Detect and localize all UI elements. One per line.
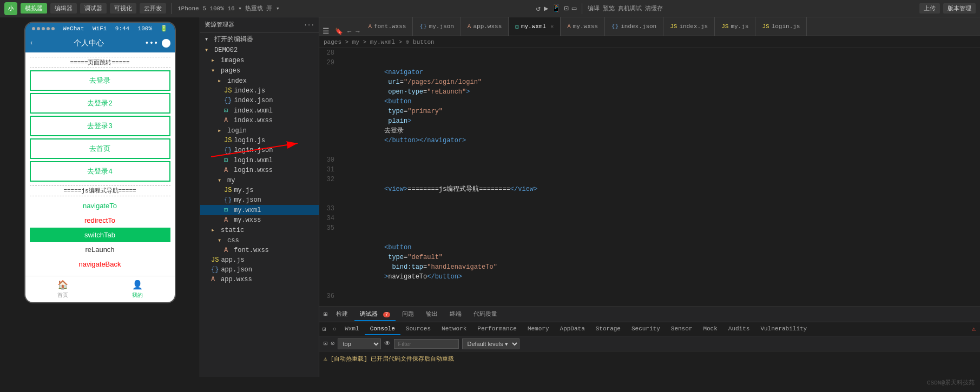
- file-login-folder[interactable]: ▸ login: [200, 125, 319, 136]
- file-index-js[interactable]: JS index.js: [200, 86, 319, 96]
- console-tab-sensor[interactable]: Sensor: [666, 323, 698, 335]
- editor-btn[interactable]: 编辑器: [50, 3, 77, 14]
- console-tab-vulnerability[interactable]: Vulnerability: [755, 323, 812, 335]
- console-tab-memory[interactable]: Memory: [522, 323, 555, 335]
- record-icon[interactable]: ●: [162, 39, 170, 48]
- filter-input[interactable]: [394, 339, 459, 349]
- devtools-collapse-icon[interactable]: ⊞: [324, 310, 327, 318]
- eye-icon[interactable]: 👁: [384, 340, 391, 348]
- file-pages[interactable]: ▾ pages: [200, 65, 319, 76]
- file-panel-more-icon[interactable]: ···: [304, 22, 314, 28]
- tab-index-json[interactable]: {} index.json: [605, 17, 663, 36]
- file-font-wxss[interactable]: A font.wxss: [200, 245, 319, 255]
- file-app-wxss[interactable]: A app.wxss: [200, 275, 319, 284]
- version-btn[interactable]: 版本管理: [943, 3, 976, 14]
- devtools-tab-output[interactable]: 输出: [420, 308, 443, 321]
- tab-font-wxss[interactable]: A font.wxss: [361, 17, 413, 36]
- cloud-btn[interactable]: 云开发: [140, 3, 166, 14]
- hot-reload-label[interactable]: 热重载 开 ▾: [245, 4, 280, 12]
- tab-app-wxss[interactable]: A app.wxss: [461, 17, 509, 36]
- split-icon[interactable]: ⊡: [564, 4, 568, 13]
- real-debug-label[interactable]: 真机调试: [618, 4, 642, 12]
- console-clear-icon[interactable]: ⊘: [331, 340, 334, 348]
- file-my-wxss[interactable]: A my.wxss: [200, 215, 319, 225]
- bookmark-icon[interactable]: 🔖: [333, 28, 345, 36]
- console-tab-appdata[interactable]: AppData: [555, 323, 590, 335]
- js-relaunch-btn[interactable]: reLaunch: [30, 242, 170, 257]
- phone-icon[interactable]: 📱: [551, 4, 561, 13]
- js-switch-btn[interactable]: switchTab: [30, 228, 170, 242]
- file-login-js[interactable]: JS login.js: [200, 136, 319, 145]
- tab-login-js[interactable]: JS login.js: [755, 17, 807, 36]
- file-index-wxml[interactable]: ⊡ index.wxml: [200, 105, 319, 116]
- tab-my-json[interactable]: {} my.json: [413, 17, 461, 36]
- console-tab-audits[interactable]: Audits: [723, 323, 755, 335]
- file-images[interactable]: ▸ images: [200, 55, 319, 65]
- console-tab-sources[interactable]: Sources: [400, 323, 436, 335]
- devtools-tab-build[interactable]: 检建: [331, 308, 353, 321]
- code-area[interactable]: 28 29 <navigator url="/pages/login/login…: [319, 48, 980, 307]
- devtools-tab-problems[interactable]: 问题: [397, 308, 419, 321]
- tab-index-js[interactable]: JS index.js: [663, 17, 715, 36]
- simulator-btn[interactable]: 模拟器: [21, 3, 47, 14]
- console-tab-performance[interactable]: Performance: [472, 323, 522, 335]
- file-open-editors[interactable]: ▾ 打开的编辑器: [200, 34, 319, 45]
- phone-btn-0[interactable]: 去登录: [30, 70, 170, 91]
- phone-tab-home[interactable]: 🏠 首页: [25, 276, 100, 302]
- compile-label[interactable]: 编译: [588, 4, 600, 12]
- default-levels-select[interactable]: Default levels ▾: [462, 338, 519, 349]
- file-login-wxml[interactable]: ⊡ login.wxml: [200, 155, 319, 165]
- console-tab-network[interactable]: Network: [436, 323, 472, 335]
- phone-btn-2[interactable]: 去登录3: [30, 116, 170, 136]
- menu-dots-icon[interactable]: •••: [144, 39, 158, 48]
- js-back-btn[interactable]: navigateBack: [30, 257, 170, 271]
- tab-close-icon[interactable]: ✕: [550, 23, 554, 30]
- breadcrumb-toggle-icon[interactable]: ☰: [319, 26, 333, 36]
- phone-tab-mine[interactable]: 👤 我的: [100, 276, 175, 302]
- devtools-tab-quality[interactable]: 代码质量: [468, 308, 503, 321]
- phone-btn-3[interactable]: 去首页: [30, 138, 170, 159]
- console-stop-icon[interactable]: ○: [330, 326, 340, 333]
- file-my-folder[interactable]: ▾ my: [200, 175, 319, 185]
- clear-cache-label[interactable]: 清缓存: [645, 4, 663, 12]
- console-tab-storage[interactable]: Storage: [590, 323, 626, 335]
- file-my-js[interactable]: JS my.js: [200, 185, 319, 195]
- preview-label[interactable]: 预览: [603, 4, 615, 12]
- top-level-select[interactable]: top: [338, 338, 381, 349]
- console-tab-console[interactable]: Console: [365, 323, 400, 335]
- file-app-json[interactable]: {} app.json: [200, 265, 319, 275]
- phone-btn-4[interactable]: 去登录4: [30, 161, 170, 182]
- file-static[interactable]: ▸ static: [200, 225, 319, 235]
- file-css[interactable]: ▾ css: [200, 235, 319, 245]
- console-tab-mock[interactable]: Mock: [698, 323, 722, 335]
- file-index-folder[interactable]: ▸ index: [200, 76, 319, 86]
- file-index-json[interactable]: {} index.json: [200, 96, 319, 105]
- back-nav-icon[interactable]: ←: [345, 28, 353, 36]
- upload-btn[interactable]: 上传: [919, 3, 940, 14]
- console-tab-wxml[interactable]: Wxml: [339, 323, 364, 335]
- visualize-btn[interactable]: 可视化: [110, 3, 136, 14]
- debugger-btn[interactable]: 调试器: [80, 3, 107, 14]
- phone-btn-1[interactable]: 去登录2: [30, 93, 170, 114]
- js-navigate-btn[interactable]: navigateTo: [30, 198, 170, 213]
- file-index-wxss[interactable]: A index.wxss: [200, 116, 319, 125]
- window-icon[interactable]: ▭: [572, 4, 576, 13]
- file-my-wxml[interactable]: ⊡ my.wxml: [200, 205, 319, 215]
- play-icon[interactable]: ▶: [544, 4, 548, 13]
- devtools-tab-debugger[interactable]: 调试器 7: [354, 308, 396, 321]
- tab-my-wxss[interactable]: A my.wxss: [561, 17, 605, 36]
- device-label[interactable]: iPhone 5 100% 16 ▾: [177, 5, 242, 12]
- file-login-json[interactable]: {} login.json: [200, 145, 319, 155]
- console-tab-security[interactable]: Security: [626, 323, 666, 335]
- file-login-wxss[interactable]: A login.wxss: [200, 165, 319, 175]
- js-redirect-btn[interactable]: redirectTo: [30, 213, 170, 228]
- tab-my-wxml[interactable]: ⊡ my.wxml ✕: [509, 17, 561, 36]
- file-my-json[interactable]: {} my.json: [200, 195, 319, 205]
- refresh-icon[interactable]: ↺: [536, 4, 540, 13]
- forward-nav-icon[interactable]: →: [353, 28, 361, 36]
- file-demo02[interactable]: ▾ DEMO02: [200, 45, 319, 55]
- file-app-js[interactable]: JS app.js: [200, 255, 319, 265]
- console-icon[interactable]: ⊡: [319, 325, 330, 333]
- console-expand-icon[interactable]: ⊡: [324, 340, 327, 348]
- devtools-tab-terminal[interactable]: 终端: [444, 308, 467, 321]
